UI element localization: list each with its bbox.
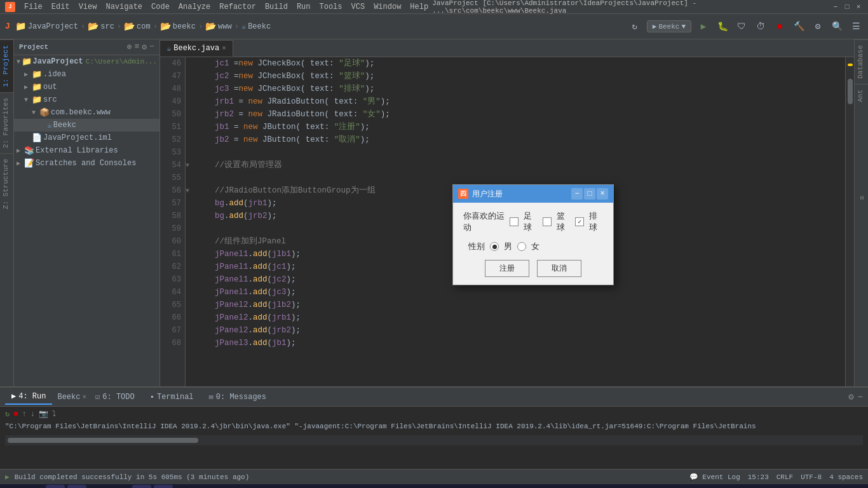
scroll-down-button[interactable]: ↓ [31, 410, 35, 419]
close-button[interactable]: × [854, 3, 863, 11]
dialog-minimize-button[interactable]: − [571, 188, 583, 200]
tree-item-idea[interactable]: ▶ 📁 .idea [14, 68, 159, 81]
left-tab-structure[interactable]: Z: Structure [0, 153, 13, 214]
tree-item-scratches[interactable]: ▶ 📝 Scratches and Consoles [14, 157, 159, 170]
left-tab-project[interactable]: 1: Project [0, 39, 13, 92]
start-button[interactable] [3, 485, 22, 488]
taskbar-java[interactable]: ☕ [154, 485, 173, 488]
settings-button[interactable]: ⚙ [811, 20, 825, 34]
taskbar-wechat[interactable]: 💬 [89, 485, 108, 488]
sidebar-hide-icon[interactable]: − [149, 42, 154, 52]
maximize-button[interactable]: □ [843, 3, 851, 11]
sports-checkbox-paiqiu[interactable] [575, 217, 584, 226]
taskbar-browser[interactable]: 🌐 [67, 485, 86, 488]
menu-edit[interactable]: Edit [48, 1, 74, 13]
h-scrollbar-thumb[interactable] [8, 438, 198, 443]
menu-code[interactable]: Code [147, 1, 173, 13]
line-num-58: 58 [160, 210, 181, 222]
fold-icon-56[interactable]: ▼ [186, 184, 196, 197]
vertical-scrollbar[interactable] [845, 57, 854, 386]
taskview-button[interactable] [24, 485, 43, 488]
menu-run[interactable]: Run [293, 1, 315, 13]
sidebar-filter-icon[interactable]: ≡ [135, 42, 140, 52]
profile-button[interactable]: ⏱ [754, 20, 768, 34]
tree-item-external[interactable]: ▶ 📚 External Libraries [14, 144, 159, 157]
tree-item-package[interactable]: ▼ 📦 com.beekc.www [14, 106, 159, 119]
minimize-button[interactable]: − [831, 3, 840, 11]
debug-button[interactable]: 🐛 [715, 20, 729, 34]
main-area: 1: Project 2: Favorites Z: Structure Pro… [0, 39, 868, 386]
run-tab-close[interactable]: × [82, 393, 86, 401]
hamburger-button[interactable]: ☰ [849, 20, 863, 34]
dialog-close-button[interactable]: × [597, 188, 608, 200]
breadcrumb-com[interactable]: 📂 com [124, 21, 151, 32]
breadcrumb-src[interactable]: 📂 src [88, 21, 114, 32]
bottom-settings-icon[interactable]: ⚙ [848, 391, 853, 402]
gender-radio-female[interactable] [517, 242, 526, 251]
taskbar-intellij[interactable]: 🧠 [132, 485, 151, 488]
taskbar-explorer[interactable]: 📁 [46, 485, 65, 488]
taskbar-qq[interactable]: 🐧 [111, 485, 130, 488]
menu-build[interactable]: Build [261, 1, 292, 13]
run-tab-name[interactable]: Beekc × [57, 393, 86, 402]
sports-checkbox-zuqiu[interactable] [510, 217, 519, 226]
wrap-button[interactable]: ⤵ [52, 409, 56, 419]
menu-navigate[interactable]: Navigate [102, 1, 146, 13]
search-button[interactable]: 🔍 [830, 20, 844, 34]
bottom-tab-terminal[interactable]: ▪ Terminal [144, 390, 200, 404]
window-controls: − □ × [831, 3, 863, 11]
breadcrumb-beekc-file[interactable]: ☕ Beekc [241, 22, 271, 31]
fold-icon-54[interactable]: ▼ [186, 159, 196, 172]
bottom-tab-run[interactable]: ▶ 4: Run [5, 389, 52, 405]
menu-tools[interactable]: Tools [316, 1, 346, 13]
camera-button[interactable]: 📷 [39, 409, 48, 419]
rerun-button[interactable]: ↻ [5, 409, 10, 419]
breadcrumb-www[interactable]: 📂 www [205, 21, 232, 32]
stop-button[interactable]: ■ [773, 20, 787, 34]
scroll-up-button[interactable]: ↑ [22, 410, 26, 419]
user-registration-dialog[interactable]: 四 用户注册 − □ × 你喜欢的运动 足球 篮球 排球 性别 [452, 184, 614, 285]
bottom-tab-todo[interactable]: ☑ 6: TODO [89, 390, 141, 404]
sports-checkbox-lanqiu[interactable] [543, 217, 552, 226]
dialog-maximize-button[interactable]: □ [584, 188, 595, 200]
sidebar-settings-icon[interactable]: ⚙ [142, 42, 147, 52]
bottom-hide-icon[interactable]: − [858, 392, 863, 402]
right-tab-database[interactable]: Database [855, 39, 868, 84]
scrollbar-thumb[interactable] [848, 79, 853, 104]
breadcrumb-project[interactable]: 📁 JavaProject [15, 21, 78, 32]
tree-item-src[interactable]: ▼ 📁 src [14, 93, 159, 106]
code-line-47: jc2 =new JCheckBox( text: "篮球"); [202, 70, 845, 83]
tab-close-button[interactable]: × [222, 44, 226, 52]
register-button[interactable]: 注册 [485, 260, 529, 277]
expand-icon: ▶ [24, 83, 32, 91]
cancel-button[interactable]: 取消 [537, 260, 581, 277]
coverage-button[interactable]: 🛡 [735, 20, 749, 34]
sync-button[interactable]: ↻ [628, 20, 642, 34]
menu-analyze[interactable]: Analyze [175, 1, 214, 13]
breadcrumb-beekc[interactable]: 📂 beekc [160, 21, 196, 32]
stop-run-button[interactable]: ■ [13, 410, 18, 419]
gender-radio-male[interactable] [490, 242, 499, 251]
run-configuration-selector[interactable]: ▶ Beekc ▼ [647, 20, 691, 32]
menu-window[interactable]: Window [370, 1, 405, 13]
tree-item-javaproject[interactable]: ▼ 📁 JavaProject C:\Users\Admin... [14, 55, 159, 68]
tree-item-beekc[interactable]: ☕ Beekc [14, 119, 159, 132]
menu-view[interactable]: View [75, 1, 101, 13]
right-tab-ant[interactable]: Ant [855, 84, 868, 107]
editor-tab-beekc[interactable]: ☕ Beekc.java × [160, 40, 233, 57]
tree-item-iml[interactable]: 📄 JavaProject.iml [14, 132, 159, 144]
menu-vcs[interactable]: VCS [348, 1, 369, 13]
bottom-tab-messages[interactable]: ✉ 0: Messages [203, 390, 273, 404]
horizontal-scrollbar[interactable] [5, 435, 863, 445]
terminal-label: Terminal [157, 393, 194, 402]
event-log[interactable]: 💬 Event Log [689, 473, 740, 481]
terminal-icon: ▪ [150, 393, 154, 402]
run-button[interactable]: ▶ [696, 20, 710, 34]
menu-help[interactable]: Help [406, 1, 432, 13]
sidebar-add-icon[interactable]: ⊕ [127, 42, 132, 52]
menu-refactor[interactable]: Refactor [215, 1, 260, 13]
left-tab-favorites[interactable]: 2: Favorites [0, 92, 13, 153]
tree-item-out[interactable]: ▶ 📁 out [14, 81, 159, 93]
build-button[interactable]: 🔨 [792, 20, 806, 34]
menu-file[interactable]: File [20, 1, 46, 13]
